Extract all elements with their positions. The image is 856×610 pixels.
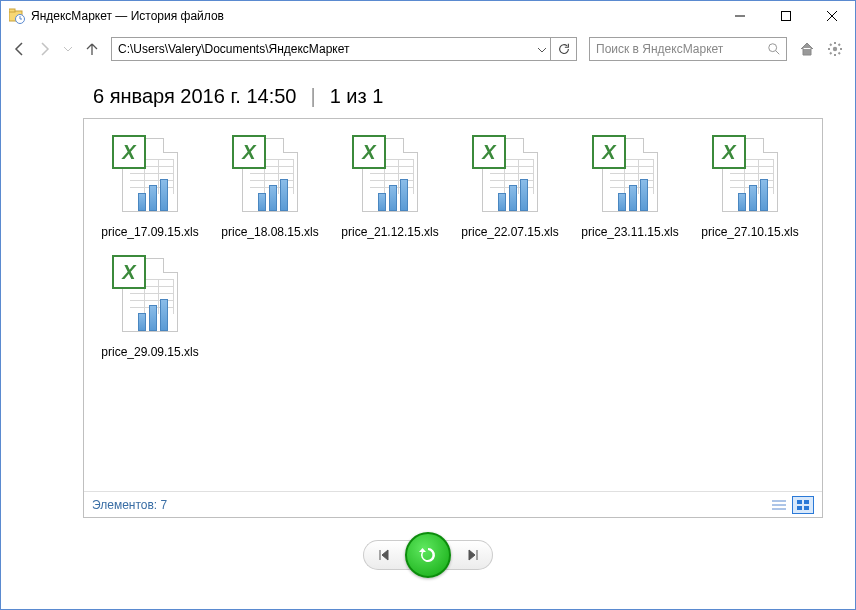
excel-file-icon: X — [470, 133, 550, 223]
view-icons-button[interactable] — [792, 496, 814, 514]
separator: | — [310, 85, 315, 108]
excel-file-icon: X — [350, 133, 430, 223]
heading: 6 января 2016 г. 14:50 | 1 из 1 — [93, 85, 825, 108]
search-icon[interactable] — [767, 42, 781, 60]
close-button[interactable] — [809, 1, 855, 31]
svg-rect-1 — [9, 9, 15, 12]
excel-file-icon: X — [710, 133, 790, 223]
svg-line-17 — [839, 44, 841, 46]
content-area: 6 января 2016 г. 14:50 | 1 из 1 X price_… — [1, 67, 855, 518]
svg-point-7 — [769, 44, 777, 52]
settings-button[interactable] — [823, 37, 847, 61]
svg-rect-24 — [804, 506, 809, 510]
home-button[interactable] — [795, 37, 819, 61]
pager-controls — [1, 532, 855, 578]
file-grid: X price_17.09.15.xls X price_18.08.15.xl… — [84, 119, 822, 387]
file-item[interactable]: X price_18.08.15.xls — [210, 133, 330, 239]
back-button[interactable] — [9, 37, 31, 61]
svg-line-15 — [839, 53, 841, 55]
restore-button[interactable] — [405, 532, 451, 578]
file-label: price_27.10.15.xls — [701, 225, 798, 239]
svg-rect-4 — [782, 12, 791, 21]
item-count-label: Элементов: 7 — [92, 498, 167, 512]
file-item[interactable]: X price_27.10.15.xls — [690, 133, 810, 239]
window-title: ЯндексМаркет — История файлов — [31, 9, 717, 23]
svg-rect-21 — [797, 500, 802, 504]
navbar — [1, 31, 855, 67]
file-item[interactable]: X price_17.09.15.xls — [90, 133, 210, 239]
previous-version-button[interactable] — [363, 540, 411, 570]
next-version-button[interactable] — [445, 540, 493, 570]
maximize-button[interactable] — [763, 1, 809, 31]
chevron-down-icon[interactable] — [537, 41, 547, 59]
file-label: price_22.07.15.xls — [461, 225, 558, 239]
recent-dropdown[interactable] — [57, 37, 79, 61]
excel-file-icon: X — [590, 133, 670, 223]
file-item[interactable]: X price_21.12.15.xls — [330, 133, 450, 239]
view-details-button[interactable] — [768, 496, 790, 514]
file-item[interactable]: X price_29.09.15.xls — [90, 253, 210, 359]
svg-line-8 — [776, 51, 780, 55]
refresh-button[interactable] — [551, 37, 577, 61]
window-controls — [717, 1, 855, 31]
version-timestamp: 6 января 2016 г. 14:50 — [93, 85, 296, 108]
file-item[interactable]: X price_23.11.15.xls — [570, 133, 690, 239]
panel-footer: Элементов: 7 — [84, 491, 822, 517]
file-label: price_18.08.15.xls — [221, 225, 318, 239]
address-input[interactable] — [111, 37, 551, 61]
svg-rect-22 — [804, 500, 809, 504]
file-label: price_29.09.15.xls — [101, 345, 198, 359]
up-button[interactable] — [81, 37, 103, 61]
file-panel: X price_17.09.15.xls X price_18.08.15.xl… — [83, 118, 823, 518]
titlebar: ЯндексМаркет — История файлов — [1, 1, 855, 31]
file-item[interactable]: X price_22.07.15.xls — [450, 133, 570, 239]
svg-point-9 — [833, 47, 837, 51]
search-input[interactable] — [589, 37, 787, 61]
file-label: price_21.12.15.xls — [341, 225, 438, 239]
folder-clock-icon — [9, 8, 25, 24]
file-label: price_17.09.15.xls — [101, 225, 198, 239]
excel-file-icon: X — [110, 253, 190, 343]
svg-line-16 — [830, 53, 832, 55]
excel-file-icon: X — [110, 133, 190, 223]
svg-line-14 — [830, 44, 832, 46]
minimize-button[interactable] — [717, 1, 763, 31]
forward-button — [33, 37, 55, 61]
excel-file-icon: X — [230, 133, 310, 223]
version-counter: 1 из 1 — [330, 85, 384, 108]
file-label: price_23.11.15.xls — [581, 225, 678, 239]
svg-rect-23 — [797, 506, 802, 510]
